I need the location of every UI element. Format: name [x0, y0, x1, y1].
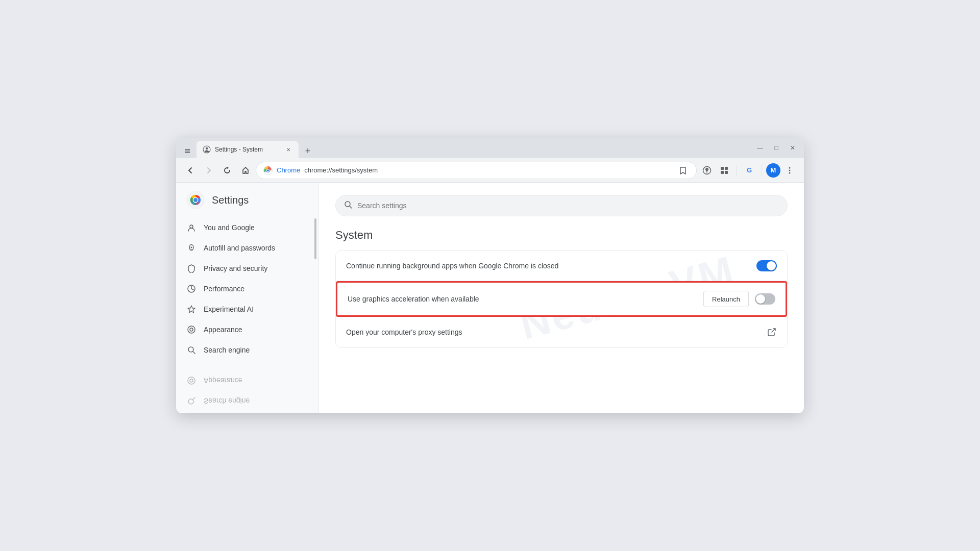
extensions-icon[interactable]	[716, 162, 732, 179]
search-box[interactable]	[335, 195, 788, 216]
extensions-manager-icon[interactable]	[699, 162, 715, 179]
close-button[interactable]: ✕	[786, 141, 800, 155]
sidebar-item-performance[interactable]: Performance	[176, 279, 310, 299]
sidebar-item-search-engine-label: Search engine	[204, 346, 250, 354]
maximize-button[interactable]: □	[769, 141, 783, 155]
svg-point-32	[190, 379, 193, 382]
svg-line-34	[350, 206, 352, 208]
address-url: chrome://settings/system	[304, 166, 673, 174]
address-bar[interactable]: Chrome chrome://settings/system	[256, 162, 697, 179]
chrome-logo-icon	[186, 191, 205, 209]
graphics-acceleration-label: Use graphics acceleration when available	[348, 295, 703, 303]
search-container	[335, 195, 788, 216]
search-input[interactable]	[357, 202, 779, 210]
svg-line-30	[193, 397, 195, 399]
active-tab[interactable]: Settings - System ✕	[197, 141, 299, 158]
tab-close-button[interactable]: ✕	[284, 145, 292, 154]
sidebar-item-search-engine[interactable]: Search engine	[176, 340, 310, 360]
sidebar-item-you-and-google[interactable]: You and Google	[176, 217, 310, 238]
title-bar: Settings - System ✕ + — □ ✕	[176, 138, 804, 158]
new-tab-button[interactable]: +	[301, 144, 315, 158]
toolbar-divider	[737, 165, 737, 176]
svg-point-25	[188, 326, 195, 333]
graphics-acceleration-row: Use graphics acceleration when available…	[336, 281, 787, 317]
performance-icon	[186, 284, 197, 294]
tab-list-button[interactable]	[180, 144, 194, 158]
sidebar-item-you-and-google-label: You and Google	[204, 223, 255, 232]
minimize-button[interactable]: —	[753, 141, 767, 155]
google-account-icon[interactable]: G	[741, 162, 757, 179]
relaunch-button[interactable]: Relaunch	[703, 291, 749, 307]
browser-window: Settings - System ✕ + — □ ✕	[176, 138, 804, 413]
forward-button[interactable]	[201, 162, 217, 179]
svg-point-19	[190, 225, 193, 228]
tab-area: Settings - System ✕ +	[180, 141, 753, 158]
appearance-reflected-icon	[186, 375, 197, 386]
svg-point-21	[191, 247, 192, 248]
background-apps-toggle[interactable]	[756, 260, 777, 271]
tab-favicon-icon	[203, 145, 211, 154]
external-link-icon[interactable]	[767, 327, 777, 337]
window-controls: — □ ✕	[753, 141, 800, 158]
background-apps-row: Continue running background apps when Go…	[336, 251, 787, 281]
toolbar-actions: G M	[699, 162, 798, 179]
sidebar-item-privacy-label: Privacy and security	[204, 264, 267, 272]
experimental-ai-icon	[186, 304, 197, 314]
sidebar-item-experimental-ai-label: Experimental AI	[204, 305, 254, 313]
sidebar-item-search-engine-reflected: Search engine	[176, 391, 310, 405]
search-icon	[344, 201, 352, 211]
sidebar-scrollbar-thumb	[314, 218, 316, 259]
page-section-title: System	[335, 229, 788, 242]
settings-app-title: Settings	[212, 194, 249, 206]
svg-point-29	[188, 399, 193, 404]
chrome-menu-button[interactable]	[781, 162, 798, 179]
bookmark-button[interactable]	[677, 164, 689, 177]
page-content: NeuronVM System Continue running backgro…	[319, 183, 804, 413]
you-and-google-icon	[186, 222, 197, 233]
home-button[interactable]	[237, 162, 254, 179]
reload-button[interactable]	[219, 162, 235, 179]
browser-toolbar: Chrome chrome://settings/system G M	[176, 158, 804, 183]
svg-point-1	[206, 147, 208, 149]
svg-rect-11	[725, 171, 728, 174]
sidebar-item-performance-label: Performance	[204, 285, 244, 293]
toggle-knob	[767, 261, 776, 270]
sidebar-header: Settings	[176, 191, 318, 217]
background-apps-label: Continue running background apps when Go…	[346, 262, 756, 270]
security-icon	[263, 166, 273, 175]
sidebar-scrollable: You and Google Autofill and passwords Pr…	[176, 217, 318, 405]
toggle-knob-graphics	[756, 294, 765, 304]
search-engine-icon	[186, 345, 197, 355]
settings-card: Continue running background apps when Go…	[335, 250, 788, 348]
search-engine-reflected-icon	[186, 396, 197, 405]
user-avatar[interactable]: M	[766, 163, 780, 178]
sidebar-item-privacy[interactable]: Privacy and security	[176, 258, 310, 279]
main-content: Settings You and Google Autofill and pas…	[176, 183, 804, 413]
sidebar-item-appearance-reflected: Appearance	[176, 370, 310, 391]
sidebar-item-experimental-ai[interactable]: Experimental AI	[176, 299, 310, 319]
settings-sidebar: Settings You and Google Autofill and pas…	[176, 183, 319, 413]
tab-title-text: Settings - System	[215, 146, 280, 153]
svg-marker-24	[188, 306, 195, 313]
svg-point-13	[789, 169, 791, 171]
proxy-settings-label: Open your computer's proxy settings	[346, 328, 767, 336]
back-button[interactable]	[182, 162, 199, 179]
background-apps-actions	[756, 260, 777, 271]
svg-rect-9	[725, 167, 728, 170]
sidebar-item-appearance-label: Appearance	[204, 325, 242, 334]
sidebar-item-appearance[interactable]: Appearance	[176, 319, 310, 340]
svg-point-5	[267, 169, 269, 171]
address-brand: Chrome	[277, 166, 300, 174]
proxy-settings-row: Open your computer's proxy settings	[336, 317, 787, 347]
graphics-acceleration-actions: Relaunch	[703, 291, 775, 307]
sidebar-item-autofill[interactable]: Autofill and passwords	[176, 238, 310, 258]
svg-point-31	[188, 377, 195, 384]
proxy-settings-actions	[767, 327, 777, 337]
sidebar-item-autofill-label: Autofill and passwords	[204, 244, 275, 252]
svg-rect-22	[190, 249, 193, 251]
sidebar-reflection: Search engine Appearance	[176, 370, 318, 405]
toolbar-divider2	[762, 165, 762, 176]
graphics-acceleration-toggle[interactable]	[755, 293, 775, 305]
svg-line-28	[193, 352, 195, 354]
svg-rect-8	[721, 167, 724, 170]
